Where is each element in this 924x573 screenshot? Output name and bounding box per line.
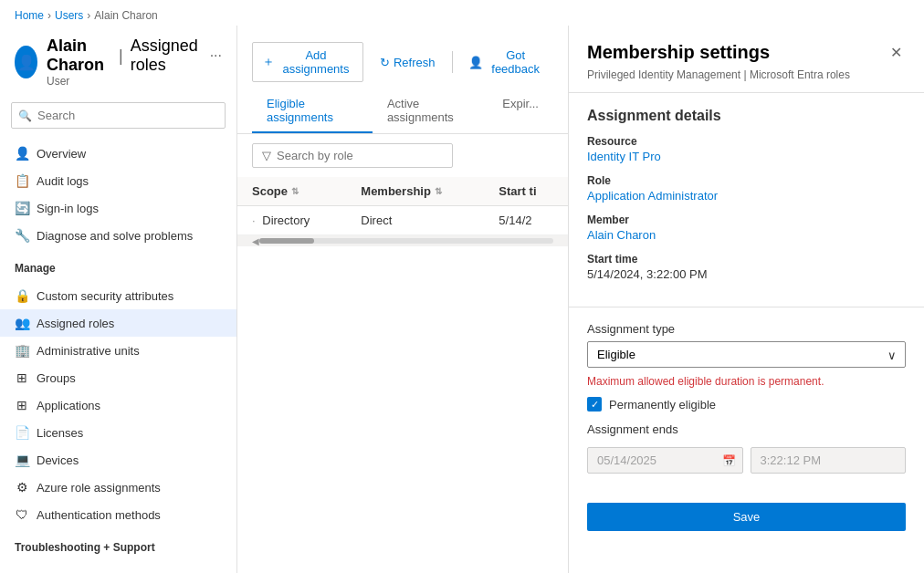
sidebar-item-admin-units[interactable]: 🏢 Administrative units [0, 337, 236, 364]
col-scope: Scope ⇅ [237, 177, 346, 206]
assignments-table: Scope ⇅ Membership ⇅ Start ti [237, 177, 568, 235]
role-row: Role Application Administrator [587, 174, 906, 203]
search-input[interactable] [11, 102, 226, 129]
feedback-button[interactable]: 👤 Got feedback [459, 43, 553, 81]
sidebar-item-auth-methods[interactable]: 🛡 Authentication methods [0, 501, 236, 528]
date-row: 📅 [587, 447, 906, 474]
breadcrumb-current: Alain Charon [94, 9, 157, 22]
troubleshooting-label: Troubleshooting + Support [0, 532, 236, 557]
calendar-icon: 📅 [722, 454, 736, 467]
sort-icon-scope[interactable]: ⇅ [291, 186, 299, 196]
role-filter[interactable]: ▽ [252, 143, 453, 168]
breadcrumb-home[interactable]: Home [15, 9, 44, 22]
applications-icon: ⊞ [15, 398, 29, 412]
time-input[interactable] [751, 447, 907, 474]
save-button[interactable]: Save [587, 503, 906, 531]
permanently-eligible-row: Permanently eligible [587, 397, 906, 412]
azure-roles-icon: ⚙ [15, 480, 29, 495]
sidebar-item-overview-label: Overview [37, 147, 86, 161]
search-container: 🔍 [11, 102, 226, 129]
search-by-role-input[interactable] [277, 149, 443, 162]
assigned-roles-icon: 👥 [15, 316, 29, 330]
panel-title: Membership settings [587, 42, 770, 63]
tab-eligible[interactable]: Eligible assignments [252, 89, 373, 133]
user-name: Alain Charon [47, 36, 111, 75]
scrollbar-thumb[interactable] [259, 238, 314, 244]
sidebar-item-licenses[interactable]: 📄 Licenses [0, 419, 236, 446]
permanently-eligible-label: Permanently eligible [609, 398, 716, 412]
groups-icon: ⊞ [15, 370, 29, 385]
member-label: Member [587, 214, 906, 226]
table-row[interactable]: · Directory Direct 5/14/2 [237, 206, 568, 235]
assignment-type-label: Assignment type [587, 322, 906, 336]
search-icon: 🔍 [18, 109, 32, 122]
sidebar-item-assigned-roles[interactable]: 👥 Assigned roles [0, 309, 236, 337]
admin-units-icon: 🏢 [15, 343, 29, 358]
tab-active[interactable]: Active assignments [373, 89, 488, 133]
start-time-value: 5/14/2024, 3:22:00 PM [587, 267, 906, 281]
permanently-eligible-checkbox[interactable] [587, 397, 602, 412]
sidebar-item-applications-label: Applications [37, 399, 100, 412]
role-label: Role [587, 174, 906, 187]
sidebar-item-groups-label: Groups [37, 371, 76, 385]
toolbar-divider [452, 51, 453, 73]
close-panel-button[interactable]: ✕ [887, 40, 906, 65]
resource-row: Resource Identity IT Pro [587, 135, 906, 163]
assignment-ends-section: Assignment ends 📅 [587, 422, 906, 474]
add-assignments-button[interactable]: ＋ Add assignments [252, 42, 363, 82]
panel-header: Membership settings ✕ [569, 26, 924, 68]
filter-bar: ▽ [237, 134, 568, 177]
sidebar-item-custom-security[interactable]: 🔒 Custom security attributes [0, 282, 236, 309]
role-value: Application Administrator [587, 189, 906, 203]
resource-label: Resource [587, 135, 906, 148]
assignment-ends-label: Assignment ends [587, 422, 906, 436]
sort-icon-membership[interactable]: ⇅ [435, 186, 442, 196]
sidebar-item-applications[interactable]: ⊞ Applications [0, 391, 236, 419]
content-area: ＋ Add assignments ↻ Refresh 👤 Got feedba… [237, 26, 568, 573]
user-header: 👤 Alain Charon | Assigned roles ··· User [0, 26, 236, 95]
audit-icon: 📋 [15, 173, 29, 188]
sidebar: 👤 Alain Charon | Assigned roles ··· User… [0, 26, 237, 573]
assignment-type-section: Assignment type Eligible Active ∨ Maximu… [569, 307, 924, 488]
cell-start-time: 5/14/2 [484, 206, 568, 235]
nav-section-main: 👤 Overview 📋 Audit logs 🔄 Sign-in logs 🔧… [0, 136, 236, 253]
table-area: ▽ Scope ⇅ Memb [237, 134, 568, 573]
page-title: Assigned roles [131, 36, 199, 75]
sidebar-item-audit-label: Audit logs [37, 174, 89, 188]
sidebar-item-audit-logs[interactable]: 📋 Audit logs [0, 167, 236, 194]
filter-icon: ▽ [262, 149, 271, 162]
breadcrumb-users[interactable]: Users [55, 9, 83, 22]
tab-expired[interactable]: Expir... [488, 89, 553, 133]
member-value: Alain Charon [587, 228, 906, 242]
breadcrumb: Home › Users › Alain Charon [0, 0, 924, 26]
sidebar-item-devices[interactable]: 💻 Devices [0, 446, 236, 474]
assignment-type-select[interactable]: Eligible Active [587, 341, 906, 368]
sidebar-item-azure-roles[interactable]: ⚙ Azure role assignments [0, 474, 236, 501]
date-input-wrapper: 📅 [587, 447, 743, 474]
refresh-icon: ↻ [380, 56, 390, 69]
sidebar-item-custom-security-label: Custom security attributes [37, 289, 173, 303]
sidebar-item-groups[interactable]: ⊞ Groups [0, 364, 236, 391]
sidebar-item-overview[interactable]: 👤 Overview [0, 140, 236, 167]
sidebar-item-signin-logs[interactable]: 🔄 Sign-in logs [0, 194, 236, 222]
sidebar-item-licenses-label: Licenses [37, 426, 83, 440]
licenses-icon: 📄 [15, 425, 29, 440]
feedback-icon: 👤 [468, 56, 483, 69]
horizontal-scrollbar[interactable]: ◀ [237, 235, 568, 246]
date-input[interactable] [587, 447, 743, 474]
start-time-label: Start time [587, 253, 906, 266]
sidebar-item-assigned-roles-label: Assigned roles [37, 317, 114, 330]
table-header-row: Scope ⇅ Membership ⇅ Start ti [237, 177, 568, 206]
refresh-button[interactable]: ↻ Refresh [371, 50, 445, 75]
assignment-type-dropdown-wrapper: Eligible Active ∨ [587, 341, 906, 368]
sidebar-item-diagnose-label: Diagnose and solve problems [37, 229, 193, 243]
panel-subtitle-text: Privileged Identity Management | Microso… [587, 68, 850, 81]
scroll-left-icon[interactable]: ◀ [252, 236, 259, 246]
cell-scope: · Directory [237, 206, 346, 235]
custom-security-icon: 🔒 [15, 288, 29, 303]
member-row: Member Alain Charon [587, 214, 906, 242]
content-header: ＋ Add assignments ↻ Refresh 👤 Got feedba… [237, 26, 568, 134]
more-options-icon[interactable]: ··· [210, 47, 222, 64]
sidebar-item-diagnose[interactable]: 🔧 Diagnose and solve problems [0, 222, 236, 249]
devices-icon: 💻 [15, 453, 29, 467]
